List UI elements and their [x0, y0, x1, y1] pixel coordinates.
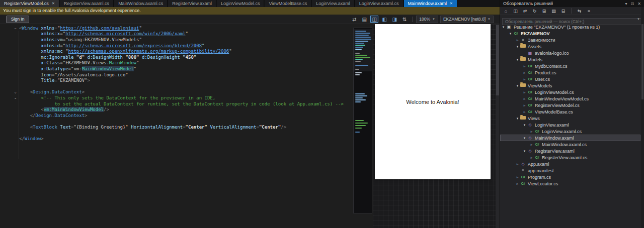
expanded-arrow-icon[interactable]: ▾ — [522, 149, 527, 153]
swap-panes-icon[interactable]: ⇅ — [400, 16, 409, 23]
tree-item-mainwindow-axaml-cs[interactable]: ▹C#MainWindow.axaml.cs — [500, 141, 640, 148]
collapsed-arrow-icon[interactable]: ▹ — [522, 103, 527, 107]
tree-item-assets[interactable]: ▾Assets — [500, 43, 640, 50]
sign-in-button[interactable]: Sign In — [6, 16, 29, 23]
code-line[interactable] — [0, 83, 352, 89]
dock-icon[interactable]: ⊡ — [631, 2, 634, 6]
sync-active-document-icon[interactable]: ⇆ — [576, 9, 583, 14]
tab-close-icon[interactable]: ✕ — [450, 2, 453, 6]
code-line[interactable]: xmlns:mc="http://schemas.openxmlformats.… — [0, 48, 352, 54]
compare-icon[interactable]: ⇄ — [350, 16, 358, 23]
sync-selection-icon[interactable]: ⇄ — [522, 9, 528, 14]
expanded-arrow-icon[interactable]: ▾ — [522, 123, 527, 127]
tree-item-loginview-axaml-cs[interactable]: ▹C#LoginView.axaml.cs — [500, 128, 640, 135]
tab-loginview-axaml[interactable]: LoginView.axaml — [312, 0, 354, 7]
switch-views-icon[interactable]: ◫ — [512, 9, 519, 14]
code-line[interactable]: mc:Ignorable="d" d:DesignWidth="800" d:D… — [0, 54, 352, 60]
collapsed-arrow-icon[interactable]: ▹ — [529, 143, 534, 147]
code-line[interactable]: x:Class="EKZAMENOV.Views.MainWindow" — [0, 60, 352, 66]
code-line[interactable]: xmlns:vm="using:EKZAMENOV.ViewModels" — [0, 37, 352, 43]
tab-mainwindow-axaml[interactable]: MainWindow.axaml✕ — [404, 0, 457, 7]
code-line[interactable]: Icon="/Assets/avalonia-logo.ico" — [0, 72, 352, 78]
home-icon[interactable]: ⌂ — [503, 9, 509, 14]
fold-arrow-icon[interactable]: ⌄ — [0, 26, 19, 30]
code-line[interactable]: x:DataType="vm:MainWindowViewModel" — [0, 66, 352, 72]
tree-item-avalonia-logo-ico[interactable]: ▦avalonia-logo.ico — [500, 50, 640, 56]
tab-viewmodelbase-cs[interactable]: ViewModelBase.cs — [265, 0, 311, 7]
tree-item-registerview-axaml[interactable]: ▾◇RegisterView.axaml — [500, 148, 640, 154]
collapsed-arrow-icon[interactable]: ▹ — [522, 77, 527, 81]
collapsed-arrow-icon[interactable]: ▹ — [522, 64, 527, 68]
expanded-arrow-icon[interactable]: ▾ — [515, 58, 520, 62]
tree-item-viewlocator-cs[interactable]: ▹C#ViewLocator.cs — [500, 180, 640, 187]
expanded-arrow-icon[interactable]: ▾ — [515, 117, 520, 121]
code-line[interactable]: </Window> — [0, 136, 352, 142]
fold-arrow-icon[interactable]: ⌄ — [0, 95, 19, 100]
tab-mainwindow-axaml-cs[interactable]: MainWindow.axaml.cs — [114, 0, 168, 7]
collapsed-arrow-icon[interactable]: ▹ — [529, 130, 534, 134]
tree-item-loginview-axaml[interactable]: ▾◇LoginView.axaml — [500, 122, 640, 128]
collapsed-arrow-icon[interactable]: ▹ — [515, 162, 520, 166]
expanded-arrow-icon[interactable]: ▾ — [515, 45, 520, 49]
tree-item-models[interactable]: ▾Models — [500, 56, 640, 63]
split-view-icon[interactable]: ◫ — [370, 16, 378, 23]
code-editor[interactable]: ⌄<Window xmlns="https://github.com/avalo… — [0, 24, 352, 228]
design-pane-icon[interactable]: ◧ — [380, 16, 388, 23]
collapsed-arrow-icon[interactable]: ▹ — [515, 38, 520, 42]
editor-scrollbar[interactable] — [496, 24, 500, 228]
panel-scrollbar-thumb[interactable] — [641, 24, 643, 99]
expanded-arrow-icon[interactable]: ▾ — [515, 84, 520, 88]
panel-scrollbar[interactable] — [641, 7, 644, 228]
close-icon[interactable]: ✕ — [637, 2, 641, 6]
tree-item-viewmodels[interactable]: ▾ViewModels — [500, 82, 640, 89]
document-view-icon[interactable]: ▤ — [360, 16, 368, 23]
tree-item-views[interactable]: ▾Views — [500, 115, 640, 122]
code-line[interactable]: ⌄<Window xmlns="https://github.com/avalo… — [0, 25, 352, 31]
tab-loginviewmodel-cs[interactable]: LoginViewModel.cs — [217, 0, 264, 7]
show-all-files-icon[interactable]: ▤ — [550, 9, 557, 14]
code-line[interactable]: <vm:MainWindowViewModel/> — [0, 106, 352, 112]
tree-item-mainwindowviewmodel-cs[interactable]: ▹C#MainWindowViewModel.cs — [500, 95, 640, 102]
tree-item-loginviewmodel-cs[interactable]: ▹C#LoginViewModel.cs — [500, 89, 640, 95]
refresh-icon[interactable]: ↻ — [531, 9, 538, 14]
collapsed-arrow-icon[interactable]: ▹ — [522, 90, 527, 94]
tree-item-app-manifest[interactable]: ≡app.manifest — [500, 167, 640, 174]
expanded-arrow-icon[interactable]: ▾ — [501, 25, 506, 29]
code-line[interactable] — [0, 119, 352, 125]
collapsed-arrow-icon[interactable]: ▹ — [522, 110, 527, 114]
tree-item-app-axaml[interactable]: ▹◇App.axaml — [500, 161, 640, 167]
tree-item-user-cs[interactable]: ▹C#User.cs — [500, 76, 640, 82]
code-line[interactable]: ⌄ <!-- This only sets the DataContext fo… — [0, 95, 352, 101]
xaml-pane-icon[interactable]: ◨ — [390, 16, 398, 23]
tree-item-mydbcontext-cs[interactable]: ▹C#MydbContext.cs — [500, 63, 640, 69]
tree-item-program-cs[interactable]: ▹C#Program.cs — [500, 174, 640, 180]
tree-item-ekzamenov[interactable]: ▾C#EKZAMENOV — [500, 30, 640, 37]
tab-registerview-axaml[interactable]: RegisterView.axaml — [168, 0, 216, 7]
code-line[interactable]: xmlns:x="http://schemas.microsoft.com/wi… — [0, 31, 352, 37]
chevron-down-icon[interactable]: ▼ — [637, 18, 640, 21]
fold-arrow-icon[interactable]: ⌄ — [0, 90, 19, 94]
tab-close-icon[interactable]: ✕ — [52, 2, 55, 6]
tab-loginview-axaml-cs[interactable]: LoginView.axaml.cs — [355, 0, 404, 7]
zoom-dropdown[interactable]: 100% ▼ — [416, 16, 438, 23]
code-line[interactable] — [0, 130, 352, 136]
tree-item-product-cs[interactable]: ▹C#Product.cs — [500, 69, 640, 76]
code-line[interactable]: Title="EKZAMENOV"> — [0, 77, 352, 83]
tree-item-registerview-axaml-cs[interactable]: ▹C#RegisterView.axaml.cs — [500, 154, 640, 161]
tab-registerview-axaml-cs[interactable]: RegisterView.axaml.cs — [60, 0, 114, 7]
collapsed-arrow-icon[interactable]: ▹ — [522, 97, 527, 101]
code-line[interactable]: </Design.DataContext> — [0, 112, 352, 119]
tree-item-registerviewmodel-cs[interactable]: ▹C#RegisterViewModel.cs — [500, 102, 640, 108]
tree-item-зависимости[interactable]: ▹#Зависимости — [500, 37, 640, 43]
tree-item-viewmodelbase-cs[interactable]: ▹C#ViewModelBase.cs — [500, 108, 640, 115]
collapsed-arrow-icon[interactable]: ▹ — [522, 71, 527, 75]
collapsed-arrow-icon[interactable]: ▹ — [515, 182, 520, 186]
code-line[interactable]: <TextBlock Text="{Binding Greeting}" Hor… — [0, 124, 352, 130]
collapsed-arrow-icon[interactable]: ▹ — [529, 156, 534, 160]
tab-registerviewmodel-cs[interactable]: RegisterViewModel.cs✕ — [0, 0, 59, 7]
editor-scrollbar-thumb[interactable] — [496, 25, 499, 95]
expanded-arrow-icon[interactable]: ▾ — [522, 136, 527, 140]
collapse-all-icon[interactable]: ⊟ — [560, 9, 567, 14]
target-framework-dropdown[interactable]: EKZAMENOV [net8.0] ▼ — [440, 16, 494, 23]
collapsed-arrow-icon[interactable]: ▹ — [515, 175, 520, 179]
